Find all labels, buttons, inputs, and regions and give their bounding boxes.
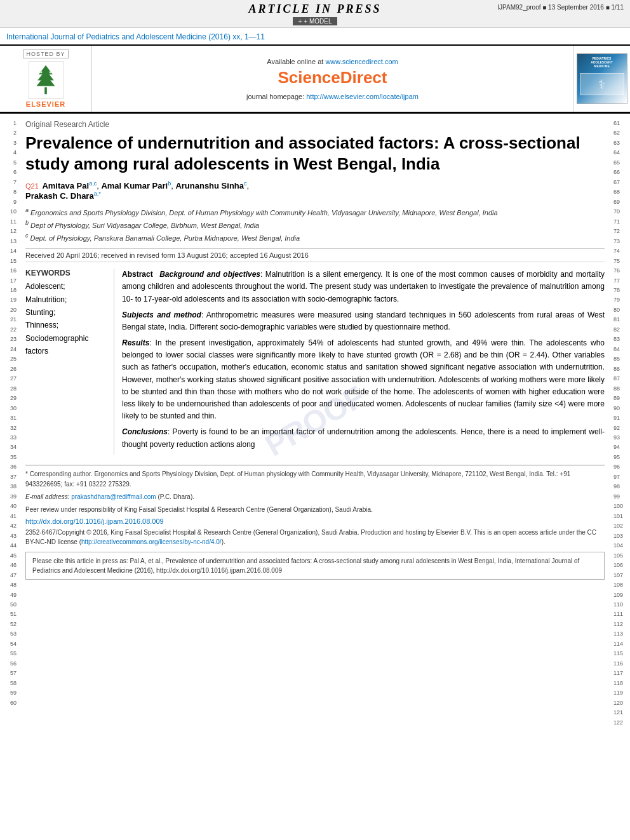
- peer-review-line: Peer review under responsibility of King…: [25, 505, 605, 515]
- doi-link[interactable]: http://dx.doi.org/10.1016/j.ijpam.2016.0…: [25, 517, 164, 525]
- line-num-23: 23: [10, 335, 17, 344]
- main-content: PROOF const leftNums = [1,2,3,4,5,6,7,8,…: [0, 114, 630, 728]
- article-content: Original Research Article Prevalence of …: [18, 114, 612, 728]
- email-label: E-mail address:: [25, 493, 69, 500]
- hosted-by-label: HOSTED BY: [23, 50, 68, 58]
- line-num-15: 15: [10, 257, 17, 266]
- line-num-50: 50: [10, 600, 17, 610]
- right-line-num-98: 98: [613, 482, 620, 491]
- svg-point-5: [49, 71, 51, 74]
- right-line-num-109: 109: [613, 590, 623, 600]
- copyright-line: 2352-6467/Copyright © 2016, King Faisal …: [25, 528, 605, 547]
- right-line-num-122: 122: [613, 718, 623, 728]
- line-num-18: 18: [10, 286, 17, 295]
- right-line-num-91: 91: [613, 413, 620, 423]
- right-line-num-83: 83: [613, 335, 620, 344]
- abstract-subsection-subjects: Subjects and method: [122, 310, 201, 319]
- author-3-sup: c: [244, 180, 247, 187]
- line-num-25: 25: [10, 354, 17, 364]
- abstract-label: Abstract: [122, 270, 153, 279]
- journal-cover-block: PEDIATRICSADOLESCENTMEDICINE ⚕: [573, 46, 630, 112]
- right-line-num-69: 69: [613, 197, 620, 207]
- sciencedirect-block: Available online at www.sciencedirect.co…: [92, 46, 573, 112]
- line-num-27: 27: [10, 374, 17, 383]
- right-line-num-92: 92: [613, 423, 620, 433]
- line-num-51: 51: [10, 610, 17, 619]
- author-2-sup: b: [168, 180, 171, 187]
- journal-title-link[interactable]: International Journal of Pediatrics and …: [6, 32, 265, 41]
- line-num-52: 52: [10, 620, 17, 629]
- right-line-num-100: 100: [613, 502, 623, 511]
- abstract-conclusions: Conclusions: Poverty is found to be an i…: [122, 426, 605, 450]
- line-num-55: 55: [10, 649, 17, 658]
- right-line-num-65: 65: [613, 158, 620, 168]
- right-line-num-116: 116: [613, 659, 623, 669]
- right-line-num-118: 118: [613, 679, 623, 688]
- abstract-col: Abstract Background and objectives: Maln…: [122, 269, 605, 455]
- abstract-subsection-background: Background and objectives: [159, 270, 260, 279]
- available-online-text: Available online at www.sciencedirect.co…: [267, 58, 398, 65]
- author-3-name: Arunanshu Sinha: [175, 181, 244, 190]
- received-line: Received 20 April 2016; received in revi…: [25, 248, 605, 262]
- author-4-name: Prakash C. Dhara: [25, 192, 94, 201]
- footer-section: * Corresponding author. Ergonomics and S…: [25, 465, 605, 515]
- authors-block: Q21 Amitava Pala,c, Amal Kumar Parib, Ar…: [25, 180, 605, 201]
- sciencedirect-name: ScienceDirect: [278, 68, 387, 87]
- journal-header: International Journal of Pediatrics and …: [0, 28, 630, 46]
- right-line-num-106: 106: [613, 561, 623, 570]
- line-num-4: 4: [13, 148, 17, 157]
- right-line-num-81: 81: [613, 315, 620, 324]
- right-line-num-80: 80: [613, 305, 620, 315]
- right-line-num-75: 75: [613, 257, 620, 266]
- hosted-by-block: HOSTED BY ELSEVIER: [0, 46, 92, 112]
- right-line-num-102: 102: [613, 521, 623, 531]
- keyword-thinness: Thinness;: [25, 319, 107, 331]
- abstract-background: Abstract Background and objectives: Maln…: [122, 269, 605, 305]
- author-4-sup: a,*: [94, 190, 101, 197]
- right-line-num-110: 110: [613, 600, 623, 610]
- journal-homepage-link[interactable]: http://www.elsevier.com/locate/ijpam: [306, 93, 419, 100]
- right-line-num-104: 104: [613, 541, 623, 550]
- line-num-45: 45: [10, 551, 17, 561]
- right-line-num-85: 85: [613, 354, 620, 364]
- right-line-num-74: 74: [613, 246, 620, 256]
- right-line-num-107: 107: [613, 571, 623, 580]
- right-line-numbers: const rightNums = [61,62,63,64,65,66,67,…: [612, 114, 630, 728]
- line-num-10: 10: [10, 207, 17, 217]
- right-line-num-64: 64: [613, 148, 620, 157]
- abstract-subjects: Subjects and method: Anthropometric meas…: [122, 309, 605, 333]
- line-num-43: 43: [10, 531, 17, 541]
- line-num-13: 13: [10, 237, 17, 246]
- right-line-num-115: 115: [613, 649, 623, 658]
- available-online-link[interactable]: www.sciencedirect.com: [325, 58, 398, 65]
- line-num-48: 48: [10, 580, 17, 590]
- right-line-num-93: 93: [613, 433, 620, 443]
- right-line-num-103: 103: [613, 531, 623, 541]
- line-num-34: 34: [10, 443, 17, 452]
- cc-license-link[interactable]: http://creativecommons.org/licenses/by-n…: [81, 538, 222, 545]
- model-label: + MODEL: [304, 18, 332, 25]
- abstract-subsection-conclusions: Conclusions: [122, 427, 168, 436]
- line-num-46: 46: [10, 561, 17, 570]
- line-num-59: 59: [10, 688, 17, 698]
- line-num-12: 12: [10, 227, 17, 236]
- journal-homepage: journal homepage: http://www.elsevier.co…: [246, 93, 419, 100]
- right-line-num-94: 94: [613, 443, 620, 452]
- keyword-sociodemographic: Sociodemographic: [25, 332, 107, 345]
- right-line-num-87: 87: [613, 374, 620, 383]
- email-line: E-mail address: prakashdhara@rediffmail.…: [25, 492, 605, 502]
- svg-point-4: [40, 71, 43, 74]
- keyword-malnutrition: Malnutrition;: [25, 293, 107, 306]
- keyword-factors: factors: [25, 345, 107, 357]
- email-link[interactable]: prakashdhara@rediffmail.com: [71, 493, 156, 500]
- right-line-num-68: 68: [613, 187, 620, 197]
- right-line-num-63: 63: [613, 138, 620, 148]
- q21-marker: Q21: [25, 182, 39, 190]
- right-line-num-76: 76: [613, 266, 620, 276]
- line-num-54: 54: [10, 639, 17, 649]
- model-badge: ++ MODEL: [293, 17, 337, 25]
- right-line-num-114: 114: [613, 639, 623, 649]
- right-line-num-105: 105: [613, 551, 623, 561]
- right-line-num-88: 88: [613, 384, 620, 394]
- line-num-21: 21: [10, 315, 17, 324]
